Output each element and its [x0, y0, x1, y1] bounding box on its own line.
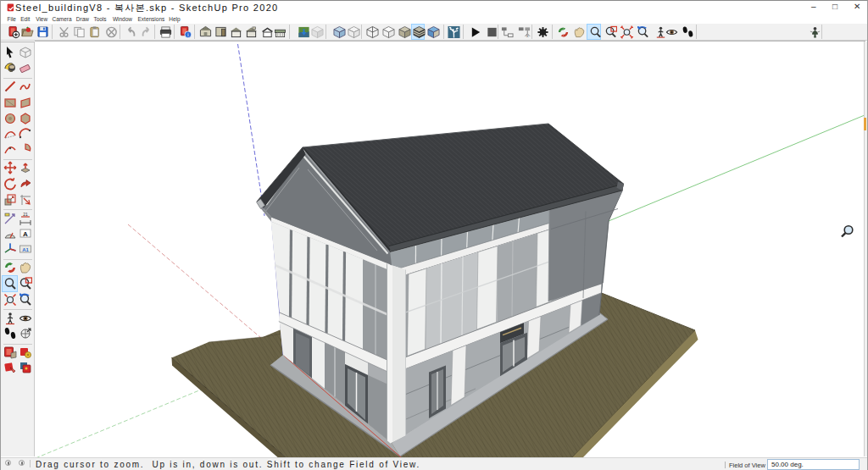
svg-text:A: A — [23, 230, 28, 238]
svg-text:21: 21 — [23, 212, 28, 217]
svg-text:i: i — [187, 32, 189, 37]
svg-text:A1: A1 — [22, 247, 29, 252]
svg-text:x: x — [526, 33, 528, 38]
